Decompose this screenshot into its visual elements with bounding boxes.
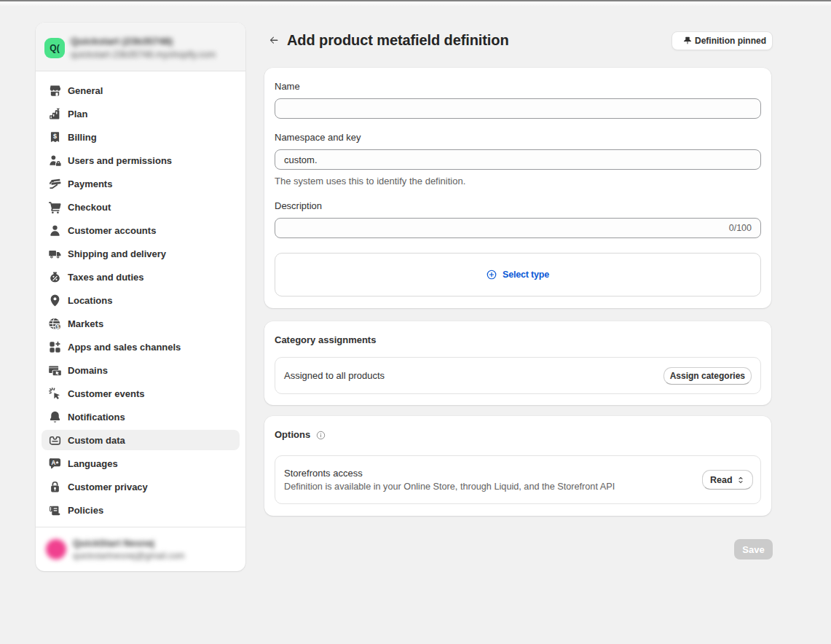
svg-text:$: $ bbox=[53, 133, 57, 140]
svg-text:A: A bbox=[51, 459, 55, 466]
